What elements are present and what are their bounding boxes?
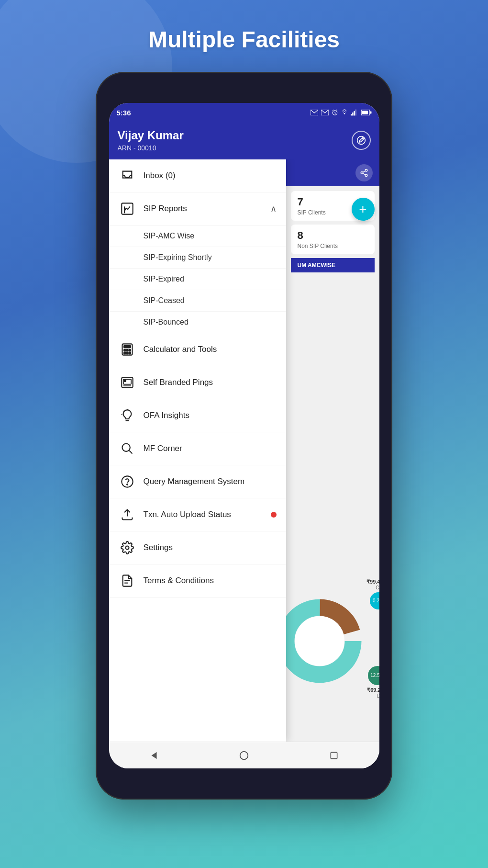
- navigation-drawer: Inbox (0) SIP Reports ∧: [109, 159, 286, 742]
- svg-rect-25: [129, 352, 131, 354]
- svg-line-45: [363, 173, 365, 175]
- svg-point-49: [295, 616, 344, 666]
- self-branded-pings-label: Self Branded Pings: [144, 378, 277, 387]
- cash-percent: 0.2%: [370, 592, 379, 609]
- cash-amount: ₹99.48K: [366, 579, 379, 585]
- battery-icon: [361, 110, 372, 115]
- cash-label: Cash: [366, 585, 379, 590]
- query-mgmt-icon-container: [119, 473, 136, 490]
- image-icon: [121, 376, 134, 389]
- menu-subitem-sip-ceased[interactable]: SIP-Ceased: [109, 290, 286, 312]
- svg-line-46: [363, 171, 365, 172]
- edit-button[interactable]: [352, 131, 371, 150]
- sip-bounced-label: SIP-Bounced: [144, 318, 189, 327]
- phone-screen: 5:36: [109, 103, 379, 768]
- svg-rect-11: [355, 110, 356, 116]
- svg-point-51: [240, 751, 248, 759]
- calculator-icon: [121, 343, 134, 356]
- menu-item-query-management[interactable]: Query Management System: [109, 465, 286, 498]
- user-arn: ARN - 00010: [118, 144, 352, 152]
- svg-point-29: [124, 380, 126, 382]
- donut-chart-area: ₹99.48K Cash 0.2% 12.5% ₹69.29L Debt: [286, 569, 379, 703]
- non-sip-clients-count: 8: [298, 229, 368, 242]
- home-button[interactable]: [232, 747, 256, 764]
- svg-line-33: [122, 411, 123, 411]
- svg-point-15: [357, 136, 365, 145]
- lightbulb-icon: [121, 409, 134, 422]
- svg-point-42: [365, 169, 367, 172]
- ofa-insights-label: OFA Insights: [144, 411, 277, 420]
- edit-icon: [356, 135, 366, 145]
- menu-item-inbox[interactable]: Inbox (0): [109, 159, 286, 192]
- sip-reports-arrow: ∧: [270, 203, 277, 214]
- status-icons: [311, 109, 372, 116]
- recent-button[interactable]: [322, 747, 346, 764]
- screen-content: Inbox (0) SIP Reports ∧: [109, 159, 379, 742]
- amcwise-label: UM AMCWISE: [298, 262, 368, 269]
- menu-subitem-sip-expired[interactable]: SIP-Expired: [109, 269, 286, 290]
- gear-icon: [121, 541, 134, 554]
- page-title: Multiple Facilities: [148, 26, 340, 53]
- txn-badge-dot: [271, 512, 277, 518]
- svg-rect-10: [354, 111, 355, 116]
- svg-point-43: [361, 172, 363, 174]
- settings-icon-container: [119, 539, 136, 556]
- svg-rect-14: [370, 112, 371, 114]
- svg-point-37: [122, 476, 133, 487]
- debt-amount: ₹69.29L: [367, 687, 379, 693]
- non-sip-clients-card: 8 Non SIP Clients: [291, 225, 375, 254]
- txn-upload-icon-container: [119, 506, 136, 523]
- menu-item-settings[interactable]: Settings: [109, 531, 286, 564]
- svg-line-5: [333, 110, 333, 111]
- menu-item-self-branded-pings[interactable]: Self Branded Pings: [109, 366, 286, 399]
- svg-rect-24: [126, 352, 128, 354]
- debt-label: Debt: [367, 693, 379, 699]
- mail-icon: [321, 110, 329, 115]
- menu-subitem-sip-expiring-shortly[interactable]: SIP-Expiring Shortly: [109, 247, 286, 269]
- menu-item-sip-reports[interactable]: SIP Reports ∧: [109, 192, 286, 225]
- svg-line-6: [336, 110, 337, 111]
- terms-icon-container: [119, 572, 136, 589]
- inbox-label: Inbox (0): [144, 171, 277, 180]
- menu-item-terms-conditions[interactable]: Terms & Conditions: [109, 564, 286, 597]
- signal-icon: [351, 109, 358, 116]
- fab-button[interactable]: +: [352, 198, 375, 221]
- query-management-label: Query Management System: [144, 477, 277, 486]
- svg-marker-50: [151, 752, 156, 759]
- recent-icon: [329, 751, 339, 760]
- menu-subitem-sip-amc-wise[interactable]: SIP-AMC Wise: [109, 225, 286, 247]
- back-button[interactable]: [142, 747, 166, 764]
- svg-point-38: [127, 484, 128, 485]
- help-icon: [121, 475, 134, 488]
- inbox-icon: [121, 169, 134, 182]
- txn-auto-upload-label: Txn. Auto Upload Status: [144, 510, 267, 519]
- menu-item-mf-corner[interactable]: MF Corner: [109, 432, 286, 465]
- document-icon: [121, 574, 134, 587]
- home-icon: [239, 750, 249, 761]
- status-bar: 5:36: [109, 103, 379, 122]
- right-panel-header: [286, 159, 379, 186]
- share-button[interactable]: [355, 164, 373, 181]
- gmail-icon: [311, 110, 318, 115]
- menu-subitem-sip-bounced[interactable]: SIP-Bounced: [109, 312, 286, 333]
- menu-item-calculator-tools[interactable]: Calculator and Tools: [109, 333, 286, 366]
- settings-label: Settings: [144, 543, 277, 552]
- status-time: 5:36: [117, 109, 131, 117]
- menu-item-ofa-insights[interactable]: OFA Insights: [109, 399, 286, 432]
- app-header: Vijay Kumar ARN - 00010: [109, 122, 379, 159]
- menu-item-txn-auto-upload[interactable]: Txn. Auto Upload Status: [109, 498, 286, 531]
- phone-shell: 5:36: [96, 72, 392, 800]
- debt-percent: 12.5%: [368, 666, 379, 685]
- fab-label: +: [359, 202, 366, 217]
- terms-conditions-label: Terms & Conditions: [144, 576, 277, 586]
- sip-amc-wise-label: SIP-AMC Wise: [144, 232, 195, 240]
- inbox-icon-container: [119, 167, 136, 184]
- chart-icon: [121, 202, 134, 215]
- svg-line-36: [129, 451, 132, 453]
- mf-corner-label: MF Corner: [144, 444, 277, 453]
- svg-rect-13: [362, 111, 368, 114]
- calculator-icon-container: [119, 341, 136, 358]
- sip-reports-label: SIP Reports: [144, 204, 270, 214]
- svg-point-35: [122, 444, 130, 451]
- back-icon: [149, 750, 159, 761]
